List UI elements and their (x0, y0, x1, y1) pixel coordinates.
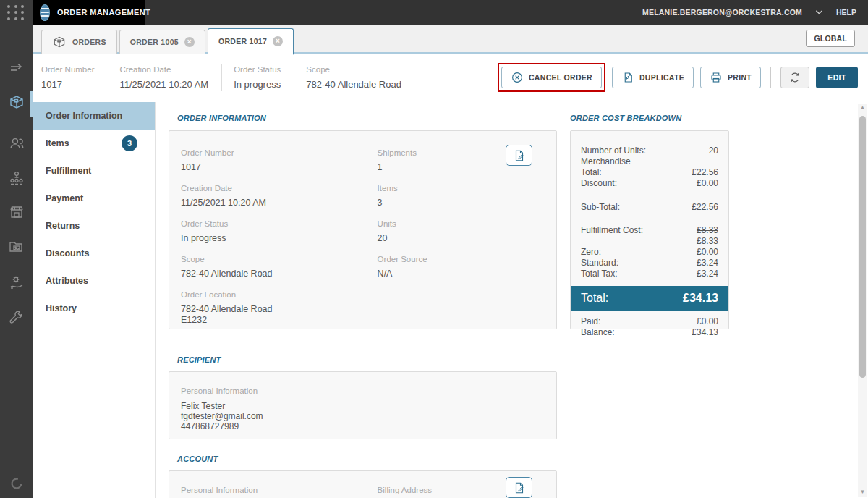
cost-row: £8.33 (581, 236, 718, 247)
cost-label: Balance: (581, 327, 615, 338)
nav-item-discounts[interactable]: Discounts (33, 240, 155, 267)
field-value: 11/25/2021 10:20 AM (120, 79, 209, 90)
nav-item-items[interactable]: Items 3 (33, 130, 155, 157)
nav-item-history[interactable]: History (33, 295, 155, 322)
vertical-scrollbar[interactable]: ▲ ▼ (858, 104, 867, 497)
media-folder-icon[interactable] (0, 234, 33, 260)
edit-order-information-button[interactable] (506, 145, 532, 166)
account-card: Personal Information Billing Address (169, 470, 557, 498)
close-tab-icon[interactable]: × (184, 37, 195, 47)
divider (770, 67, 771, 88)
scroll-down-arrow[interactable]: ▼ (858, 488, 867, 497)
nav-item-label: Fulfillment (46, 166, 91, 176)
order-information-card: Order Number 1017 Creation Date 11/25/20… (169, 130, 557, 329)
global-scope-button[interactable]: GLOBAL (806, 30, 855, 47)
order-header: Order Number 1017 Creation Date 11/25/20… (33, 54, 868, 101)
app-title: ORDER MANAGEMENT (57, 8, 150, 17)
nav-item-label: Returns (46, 221, 80, 231)
recipient-email: fgdtester@gmail.com (181, 411, 545, 421)
tab-orders[interactable]: ORDERS (41, 30, 117, 54)
field-creation-date: Creation Date 11/25/2021 10:20 AM (181, 184, 378, 208)
app-logo-area[interactable]: ORDER MANAGEMENT (33, 0, 145, 25)
cost-label: Total Tax: (581, 269, 617, 279)
cost-row: Fulfillment Cost: £8.33 (581, 225, 718, 236)
tab-label: ORDER 1017 (218, 37, 267, 46)
nav-item-returns[interactable]: Returns (33, 212, 155, 240)
hamburger-menu-icon[interactable] (40, 4, 50, 21)
cost-label: Discount: (581, 178, 617, 189)
workflow-arrow-icon[interactable] (0, 56, 33, 83)
services-hand-gear-icon[interactable] (0, 269, 33, 295)
field-value: 20 (378, 233, 545, 244)
nav-item-order-information[interactable]: Order Information (33, 102, 155, 130)
cost-value: £0.00 (697, 247, 718, 258)
divider (571, 195, 728, 195)
edit-account-button[interactable] (506, 477, 532, 498)
app-launcher-grid-icon[interactable] (7, 5, 26, 21)
duplicate-button[interactable]: DUPLICATE (612, 67, 694, 88)
tab-order-1017[interactable]: ORDER 1017 × (208, 28, 294, 55)
cost-value: £8.33 (697, 236, 718, 247)
customers-icon[interactable] (0, 130, 33, 156)
total-value: £34.13 (683, 292, 718, 305)
cost-value: £0.00 (697, 316, 718, 327)
nav-item-payment[interactable]: Payment (33, 185, 155, 212)
store-icon[interactable] (0, 199, 33, 225)
nav-item-label: Payment (46, 193, 83, 203)
field-value: N/A (378, 269, 545, 279)
field-value-line2: E1232 (181, 315, 378, 326)
recipient-card: Personal Information Felix Tester fgdtes… (169, 371, 557, 439)
package-icon (52, 35, 67, 49)
cost-row: Standard: £3.24 (581, 258, 718, 269)
edit-document-icon (513, 149, 526, 162)
field-value: 1017 (181, 162, 378, 173)
personal-information-label: Personal Information (181, 486, 378, 494)
scroll-up-arrow[interactable]: ▲ (858, 104, 867, 112)
section-title-cost-breakdown: ORDER COST BREAKDOWN (570, 114, 681, 122)
cost-value: £22.56 (692, 201, 718, 213)
user-email[interactable]: MELANIE.BERGERON@ORCKESTRA.COM (642, 8, 802, 17)
nav-item-attributes[interactable]: Attributes (33, 267, 155, 295)
order-nav-panel: Order Information Items 3 Fulfillment Pa… (33, 102, 156, 498)
recipient-phone: 447868727989 (181, 421, 545, 431)
total-label: Total: (581, 292, 608, 305)
settings-wrench-icon[interactable] (0, 304, 33, 330)
cost-row: Balance: £34.13 (581, 327, 718, 338)
nav-item-fulfillment[interactable]: Fulfillment (33, 157, 155, 185)
scrollbar-thumb[interactable] (859, 116, 866, 378)
chevron-down-icon[interactable] (815, 9, 823, 15)
orders-package-icon[interactable] (0, 89, 33, 115)
personal-information-label: Personal Information (181, 387, 545, 395)
field-value: 3 (378, 198, 545, 208)
nav-item-label: Attributes (46, 276, 88, 286)
cancel-order-button[interactable]: CANCEL ORDER (501, 67, 602, 88)
refresh-button[interactable] (780, 67, 809, 88)
nav-item-label: Items (46, 138, 69, 148)
divider (108, 64, 109, 91)
field-value: 782-40 Allendale Road (181, 304, 378, 315)
field-label: Items (378, 184, 545, 193)
field-value: 782-40 Allendale Road (181, 269, 378, 279)
cost-value: £0.00 (697, 178, 718, 189)
field-label: Order Number (41, 65, 95, 74)
close-tab-icon[interactable]: × (273, 36, 283, 46)
module-sidebar (0, 0, 33, 498)
cost-value: £34.13 (692, 327, 718, 338)
organization-icon[interactable] (0, 165, 33, 191)
field-items: Items 3 (378, 184, 545, 208)
print-button[interactable]: PRINT (700, 67, 761, 88)
help-link[interactable]: HELP (836, 8, 856, 17)
cancel-circle-icon (511, 71, 524, 84)
cost-label: Sub-Total: (581, 201, 620, 213)
field-label: Order Status (234, 65, 281, 74)
cost-row: Paid: £0.00 (581, 316, 718, 327)
tab-order-1005[interactable]: ORDER 1005 × (119, 30, 205, 54)
edit-button[interactable]: EDIT (816, 67, 858, 88)
cost-value: £22.56 (692, 167, 718, 178)
field-label: Units (378, 219, 545, 228)
field-label: Order Location (181, 290, 378, 299)
field-scope: Scope 782-40 Allendale Road (181, 255, 378, 279)
nav-item-label: History (46, 303, 77, 313)
header-field-order-number: Order Number 1017 (41, 65, 108, 90)
cost-value: £3.24 (697, 258, 718, 269)
